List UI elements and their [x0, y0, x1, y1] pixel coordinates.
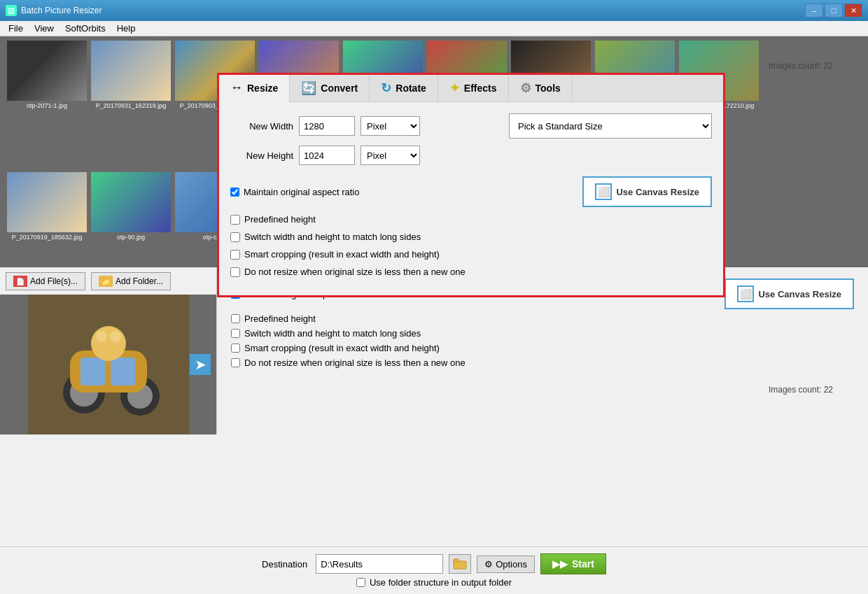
- minimize-button[interactable]: –: [805, 3, 823, 17]
- maintain-aspect-group: Maintain original aspect ratio: [230, 187, 568, 197]
- bg-predefined-row: Predefined height: [231, 313, 854, 324]
- svg-point-8: [91, 326, 126, 361]
- browse-icon: [453, 558, 467, 570]
- width-label: New Width: [230, 121, 293, 132]
- bottom-bar: Destination ⚙ Options ▶▶ Start Use folde…: [0, 546, 868, 594]
- bg-no-upscale-row: Do not resize when original size is less…: [231, 358, 854, 368]
- list-item[interactable]: P_20170831_162319.jpg: [90, 41, 172, 165]
- bg-smart-crop-checkbox[interactable]: [231, 344, 240, 353]
- bg-predefined-label: Predefined height: [244, 313, 316, 324]
- no-upscale-label: Do not resize when original size is less…: [244, 267, 465, 277]
- svg-rect-11: [454, 561, 466, 569]
- canvas-resize-button[interactable]: ⬜ Use Canvas Resize: [582, 176, 712, 207]
- use-folder-label: Use folder structure in output folder: [370, 577, 512, 588]
- thumbnail: [7, 172, 87, 232]
- close-button[interactable]: ✕: [844, 3, 862, 17]
- resize-panel-content: New Width Pixel % cm mm Pick a Standard …: [219, 102, 723, 295]
- menu-help[interactable]: Help: [111, 22, 141, 35]
- rotate-tab-icon: ↻: [381, 80, 391, 96]
- bg-switch-wh-label: Switch width and height to match long si…: [244, 328, 421, 339]
- maintain-aspect-label: Maintain original aspect ratio: [244, 187, 359, 197]
- height-input[interactable]: [299, 146, 355, 165]
- image-filename: P_20170831_162319.jpg: [96, 102, 167, 109]
- bg-smart-crop-label: Smart cropping (result in exact width an…: [244, 343, 440, 353]
- thumbnail: [91, 172, 171, 232]
- list-item[interactable]: otp-90.jpg: [90, 172, 172, 264]
- use-folder-checkbox[interactable]: [356, 578, 365, 587]
- predefined-height-checkbox[interactable]: [230, 215, 240, 225]
- svg-rect-6: [80, 358, 105, 386]
- add-files-icon: 📄: [13, 276, 27, 287]
- width-input[interactable]: [299, 116, 355, 136]
- browse-button[interactable]: [449, 554, 471, 574]
- maintain-aspect-row: Maintain original aspect ratio ⬜ Use Can…: [230, 176, 712, 207]
- smart-crop-row: Smart cropping (result in exact width an…: [230, 249, 712, 260]
- left-panel: 📄 Add File(s)... 📁 Add Folder...: [0, 267, 217, 434]
- width-row: New Width Pixel % cm mm Pick a Standard …: [230, 113, 712, 139]
- menu-softorbits[interactable]: SoftOrbits: [59, 22, 111, 35]
- tab-tools[interactable]: ⚙ Tools: [509, 75, 573, 101]
- standard-size-select[interactable]: Pick a Standard Size 800×600 1024×768 12…: [509, 113, 712, 139]
- switch-wh-row: Switch width and height to match long si…: [230, 232, 712, 242]
- maintain-aspect-checkbox[interactable]: [230, 188, 239, 197]
- title-bar: 🖼 Batch Picture Resizer – □ ✕: [0, 0, 868, 21]
- predefined-height-row: Predefined height: [230, 214, 712, 225]
- menu-view[interactable]: View: [29, 22, 59, 35]
- destination-row: Destination ⚙ Options ▶▶ Start: [262, 553, 606, 574]
- add-files-button[interactable]: 📄 Add File(s)...: [6, 272, 85, 290]
- add-folder-icon: 📁: [99, 276, 113, 287]
- effects-tab-icon: ✦: [449, 80, 460, 96]
- list-item[interactable]: P_20170919_185632.jpg: [6, 172, 88, 264]
- height-label: New Height: [230, 150, 293, 161]
- canvas-icon: ⬜: [737, 285, 754, 302]
- menu-file[interactable]: File: [3, 22, 29, 35]
- predefined-height-label: Predefined height: [244, 214, 316, 225]
- bg-canvas-resize-button[interactable]: ⬜ Use Canvas Resize: [724, 278, 854, 309]
- menu-bar: File View SoftOrbits Help: [0, 21, 868, 36]
- thumbnail: [91, 41, 171, 101]
- tab-resize[interactable]: ↔ Resize: [219, 75, 290, 102]
- list-item[interactable]: otp-2071-1.jpg: [6, 41, 88, 165]
- bg-smart-crop-row: Smart cropping (result in exact width an…: [231, 343, 854, 353]
- use-folder-row: Use folder structure in output folder: [356, 577, 512, 588]
- thumbnail-preview: ➤: [0, 295, 216, 434]
- tab-bar: ↔ Resize 🔄 Convert ↻ Rotate ✦ Effects ⚙ …: [219, 75, 723, 102]
- switch-wh-checkbox[interactable]: [230, 232, 240, 242]
- main-area: 🖼 ☰ ⊞ otp-2071-1.jpg P_20170831_162319.j…: [0, 36, 868, 594]
- bg-predefined-height-checkbox[interactable]: [231, 314, 240, 323]
- modal-panel: ↔ Resize 🔄 Convert ↻ Rotate ✦ Effects ⚙ …: [217, 73, 725, 297]
- tab-rotate[interactable]: ↻ Rotate: [370, 75, 438, 101]
- options-button[interactable]: ⚙ Options: [477, 556, 535, 573]
- width-unit-select[interactable]: Pixel % cm mm: [360, 116, 420, 136]
- image-count-badge: Images count: 22: [769, 385, 833, 395]
- bg-no-upscale-checkbox[interactable]: [231, 358, 240, 367]
- smart-crop-checkbox[interactable]: [230, 250, 240, 260]
- tab-effects[interactable]: ✦ Effects: [438, 75, 509, 101]
- title-bar-title: Batch Picture Resizer: [21, 6, 801, 15]
- no-upscale-checkbox[interactable]: [230, 267, 240, 277]
- svg-point-9: [96, 331, 107, 342]
- start-arrow-icon: ▶▶: [552, 558, 568, 570]
- destination-input[interactable]: [316, 554, 443, 574]
- svg-rect-12: [454, 559, 458, 562]
- image-filename: otp-90.jpg: [117, 234, 145, 241]
- maximize-button[interactable]: □: [825, 3, 843, 17]
- tab-convert[interactable]: 🔄 Convert: [290, 75, 370, 101]
- no-upscale-row: Do not resize when original size is less…: [230, 267, 712, 277]
- tools-tab-icon: ⚙: [520, 80, 531, 96]
- app-icon: 🖼: [6, 5, 17, 16]
- thumbnail: [7, 41, 87, 101]
- convert-tab-icon: 🔄: [301, 80, 316, 96]
- preview-image: [28, 295, 189, 434]
- resize-tab-icon: ↔: [230, 80, 243, 95]
- height-unit-select[interactable]: Pixel % cm mm: [360, 146, 420, 165]
- start-button[interactable]: ▶▶ Start: [540, 553, 606, 574]
- gear-icon: ⚙: [484, 559, 493, 570]
- add-folder-button[interactable]: 📁 Add Folder...: [91, 272, 171, 290]
- next-arrow-icon[interactable]: ➤: [190, 354, 211, 375]
- button-bar: 📄 Add File(s)... 📁 Add Folder...: [0, 267, 216, 295]
- bg-switch-wh-checkbox[interactable]: [231, 329, 240, 338]
- svg-point-10: [110, 331, 121, 342]
- image-filename: otp-2071-1.jpg: [27, 102, 67, 109]
- switch-wh-label: Switch width and height to match long si…: [244, 232, 421, 242]
